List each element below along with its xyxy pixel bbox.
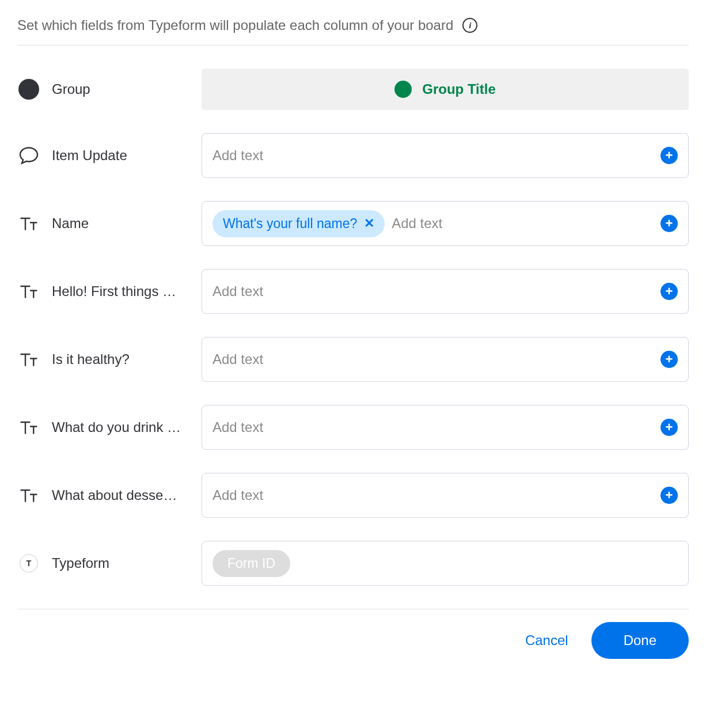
row-label-wrap: TTypeform (17, 552, 190, 575)
mapping-input[interactable]: Add text+ (202, 405, 689, 450)
add-mapping-button[interactable]: + (661, 487, 678, 504)
text-column-icon (18, 349, 39, 370)
typeform-icon: T (20, 554, 38, 572)
row-label: Group (52, 81, 90, 97)
mapped-field-chip: What's your full name?✕ (212, 210, 385, 237)
group-circle-icon (17, 78, 40, 101)
mapping-row: Hello! First things …Add text+ (17, 269, 689, 314)
text-column-icon (18, 213, 39, 234)
header: Set which fields from Typeform will popu… (17, 17, 689, 46)
text-column-icon (17, 280, 40, 303)
text-column-icon (18, 281, 39, 302)
speech-bubble-icon (18, 145, 39, 166)
placeholder-text: Add text (392, 215, 654, 232)
group-circle-icon (18, 79, 39, 100)
mapping-row: GroupGroup Title (17, 69, 689, 110)
row-label: Hello! First things … (52, 283, 176, 299)
mapping-input[interactable]: What's your full name?✕Add text+ (202, 201, 689, 246)
row-label-wrap: Is it healthy? (17, 348, 190, 371)
row-label: Item Update (52, 147, 127, 164)
speech-bubble-icon (17, 144, 40, 167)
add-mapping-button[interactable]: + (661, 215, 678, 232)
text-column-icon (17, 484, 40, 507)
text-column-icon (18, 485, 39, 506)
text-column-icon (17, 416, 40, 439)
mapping-input[interactable]: Add text+ (202, 133, 689, 178)
row-label: What about desse… (52, 487, 177, 503)
row-label: What do you drink … (52, 419, 181, 435)
add-mapping-button[interactable]: + (661, 419, 678, 436)
placeholder-text: Add text (212, 283, 654, 299)
footer: Cancel Done (17, 609, 689, 659)
placeholder-text: Add text (212, 487, 654, 503)
row-label-wrap: Item Update (17, 144, 190, 167)
placeholder-text: Add text (212, 351, 654, 367)
group-title-locked-field: Group Title (202, 69, 689, 110)
group-title-label: Group Title (422, 81, 496, 97)
info-icon[interactable]: i (462, 18, 477, 33)
mapping-row: What about desse…Add text+ (17, 473, 689, 518)
row-label-wrap: What do you drink … (17, 416, 190, 439)
mapping-row: What do you drink …Add text+ (17, 405, 689, 450)
row-label: Name (52, 215, 89, 232)
typeform-formid-field: Form ID (202, 541, 689, 586)
remove-chip-button[interactable]: ✕ (364, 217, 374, 230)
mapping-input[interactable]: Add text+ (202, 337, 689, 382)
row-label: Typeform (52, 555, 109, 571)
row-label-wrap: Hello! First things … (17, 280, 190, 303)
mapping-row: Item UpdateAdd text+ (17, 133, 689, 178)
group-color-dot-icon (394, 81, 412, 98)
mapping-input[interactable]: Add text+ (202, 269, 689, 314)
formid-chip: Form ID (212, 550, 290, 577)
done-button[interactable]: Done (591, 622, 689, 659)
text-column-icon (17, 212, 40, 235)
text-column-icon (17, 348, 40, 371)
mapping-row: NameWhat's your full name?✕Add text+ (17, 201, 689, 246)
row-label: Is it healthy? (52, 351, 130, 367)
placeholder-text: Add text (212, 147, 654, 164)
rows-container: GroupGroup TitleItem UpdateAdd text+Name… (17, 69, 689, 586)
row-label-wrap: Group (17, 78, 190, 101)
header-text: Set which fields from Typeform will popu… (17, 17, 453, 33)
mapping-row: Is it healthy?Add text+ (17, 337, 689, 382)
add-mapping-button[interactable]: + (661, 147, 678, 164)
row-label-wrap: What about desse… (17, 484, 190, 507)
add-mapping-button[interactable]: + (661, 283, 678, 300)
mapping-input[interactable]: Add text+ (202, 473, 689, 518)
add-mapping-button[interactable]: + (661, 351, 678, 368)
typeform-icon: T (17, 552, 40, 575)
chip-text: What's your full name? (223, 216, 357, 232)
cancel-button[interactable]: Cancel (525, 632, 568, 649)
placeholder-text: Add text (212, 419, 654, 435)
row-label-wrap: Name (17, 212, 190, 235)
mapping-row: TTypeformForm ID (17, 541, 689, 586)
text-column-icon (18, 417, 39, 438)
